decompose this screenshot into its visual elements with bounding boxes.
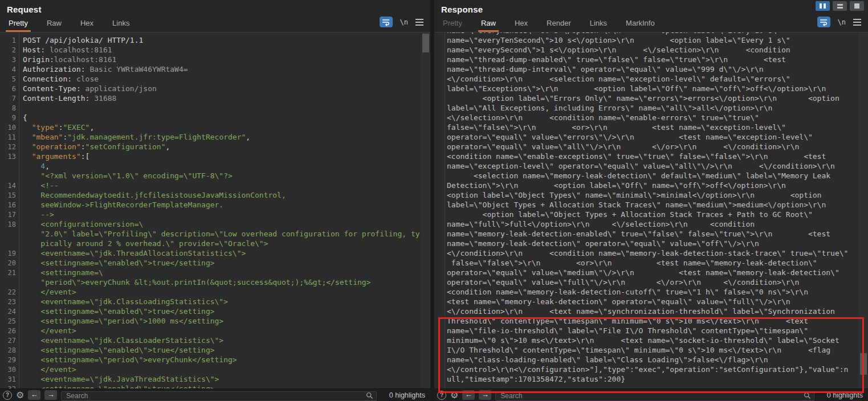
- request-title: Request: [7, 5, 42, 14]
- response-code-line: name=\"memory-leak-detection-enabled\" t…: [434, 229, 859, 239]
- tab-pretty[interactable]: Pretty: [441, 19, 464, 32]
- search-input[interactable]: [61, 391, 377, 401]
- request-search-bar: ? ⚙ ← → 0 highlights: [0, 388, 430, 401]
- prev-match-button[interactable]: ←: [28, 390, 40, 400]
- editor-menu-icon[interactable]: [415, 18, 423, 27]
- response-code-line: <\/selection>\r\n <condition name=\"enab…: [434, 113, 859, 122]
- layout-columns-button[interactable]: [816, 1, 830, 11]
- response-code-line: name=\"file-io-threshold\" label=\"File …: [434, 326, 859, 335]
- tab-pretty[interactable]: Pretty: [7, 19, 30, 32]
- response-code-line: label=\"Object Types + Allocation Stack …: [434, 200, 859, 210]
- response-search-bar: ? ⚙ ← → 0 highlights: [434, 388, 868, 401]
- response-code-line: operator=\"equal\" value=\"all\"\/>\r\n …: [434, 142, 859, 152]
- response-code-line: name=\"full\">full<\/option>\r\n <\/sele…: [434, 219, 859, 229]
- rows-icon: [837, 4, 843, 9]
- request-code-line: 3Origin:localhost:8161: [0, 55, 421, 64]
- wrap-lines-button[interactable]: [817, 17, 830, 27]
- response-header: Response PrettyRawHexRenderLinksMarkInfo…: [434, 0, 868, 32]
- tab-links[interactable]: Links: [111, 19, 131, 32]
- newline-toggle-button[interactable]: \n: [400, 18, 408, 26]
- request-code-line: 14 <!--: [0, 181, 421, 190]
- request-code-line: 6Content-Type: application/json: [0, 84, 421, 93]
- request-code-line: 5Connection: close: [0, 74, 421, 84]
- gear-icon[interactable]: ⚙: [450, 391, 458, 400]
- tab-raw[interactable]: Raw: [45, 19, 63, 32]
- response-code-line: name=\"thread-dump-enabled\" true=\"fals…: [434, 55, 859, 64]
- response-code-line: label=\"Exceptions\">\r\n <option label=…: [434, 84, 859, 93]
- request-code-line: 24 <settingname=\"enabled\">true</settin…: [0, 306, 421, 316]
- request-code-line: 15 Recommendedwaytoedit.jfcfilesistouseJ…: [0, 190, 421, 200]
- request-code-line: 11 "mbean":"jdk.management.jfr:type=Flig…: [0, 132, 421, 142]
- request-code-line: pically around 2 % overhead.\" provider=…: [0, 239, 421, 248]
- next-match-button[interactable]: →: [44, 390, 57, 400]
- request-code-line: 23 <eventname=\"jdk.ClassLoadingStatisti…: [0, 297, 421, 306]
- response-code-line: name=\"everySecond\">1 s<\/option>\r\n <…: [434, 45, 859, 55]
- response-code-line: name=\"class-loading-enabled\" label=\"C…: [434, 355, 859, 365]
- request-code-line: 1POST /api/jolokia/ HTTP/1.1: [0, 35, 421, 45]
- response-code-line: minimum=\"0 s\">10 ms<\/text>\r\n <text …: [434, 335, 859, 345]
- response-code-line: <\/condition>\r\n <text name=\"synchroni…: [434, 306, 859, 316]
- response-code-line: name=\"memory-leak-detection\" operator=…: [434, 239, 859, 248]
- editor-menu-icon[interactable]: [853, 18, 861, 27]
- tab-links[interactable]: Links: [588, 19, 609, 32]
- request-code-line: 20 <settingname=\"enabled\">true</settin…: [0, 258, 421, 268]
- response-code-line: operator=\"equal\" value=\"medium\"\/>\r…: [434, 268, 859, 277]
- prev-match-button[interactable]: ←: [462, 390, 475, 400]
- search-icon: [804, 391, 811, 401]
- response-title: Response: [441, 5, 483, 14]
- response-scrollbar[interactable]: [859, 32, 868, 388]
- gutter-divider: [19, 32, 19, 388]
- highlights-count: 0 highlights: [818, 391, 865, 399]
- wrap-lines-icon: [820, 18, 828, 26]
- request-code-line: 16 seeWindow->FlightRecorderTemplateMana…: [0, 200, 421, 210]
- tab-markinfo[interactable]: MarkInfo: [624, 19, 657, 32]
- request-code-line: 26 </event>: [0, 326, 421, 335]
- wrap-lines-icon: [382, 18, 390, 26]
- gear-icon[interactable]: ⚙: [16, 391, 24, 400]
- response-panel: Response PrettyRawHexRenderLinksMarkInfo…: [434, 0, 868, 401]
- response-editor-tools: \n: [817, 17, 861, 27]
- request-panel: Request PrettyRawHexLinks \n 1POST /api/…: [0, 0, 430, 401]
- request-tabs: PrettyRawHexLinks: [7, 19, 146, 32]
- response-tabs: PrettyRawHexRenderLinksMarkInfo: [441, 19, 672, 32]
- request-code-line: 31 <eventname=\"jdk.JavaThreadStatistics…: [0, 374, 421, 384]
- request-header: Request PrettyRawHexLinks \n: [0, 0, 430, 32]
- response-code-line: false=\"false\">\r\n <or>\r\n <test name…: [434, 122, 859, 132]
- response-code-line: name=\"everyTenSecond\">10 s<\/option>\r…: [434, 35, 859, 45]
- response-code-line: <\/control>\r\n<\/configuration>"],"type…: [434, 365, 859, 374]
- wrap-lines-button[interactable]: [380, 17, 393, 27]
- request-code-line: 9{: [0, 113, 421, 122]
- request-code-line: 4,: [0, 161, 421, 171]
- response-code-line: <option label=\"Errors Only\" name=\"err…: [434, 93, 859, 103]
- request-code-line: "2.0\" label=\"Profiling\" description=\…: [0, 229, 421, 239]
- request-editor[interactable]: 1POST /api/jolokia/ HTTP/1.12Host: local…: [0, 32, 421, 388]
- request-code-line: 17 -->: [0, 210, 421, 219]
- tab-raw[interactable]: Raw: [479, 19, 498, 32]
- next-match-button[interactable]: →: [479, 390, 491, 400]
- request-scrollbar-thumb[interactable]: [422, 34, 429, 52]
- response-code-line: <test name=\"memory-leak-detection\" ope…: [434, 297, 859, 306]
- response-scrollbar-thumb[interactable]: [860, 353, 867, 375]
- help-icon[interactable]: ?: [3, 391, 12, 400]
- request-code-line: 21 <settingname=\: [0, 268, 421, 277]
- tab-hex[interactable]: Hex: [79, 19, 95, 32]
- request-scrollbar[interactable]: [421, 32, 430, 388]
- tab-render[interactable]: Render: [545, 19, 573, 32]
- response-code-line: <\/condition>\r\n <condition name=\"memo…: [434, 248, 859, 258]
- help-icon[interactable]: ?: [437, 391, 446, 400]
- request-code-line: 2Host: localhost:8161: [0, 45, 421, 55]
- layout-rows-button[interactable]: [833, 1, 847, 11]
- newline-toggle-button[interactable]: \n: [838, 18, 846, 26]
- response-code-line: <\/condition>\r\n <selection name=\"exce…: [434, 74, 859, 84]
- request-code-line: 32 <settingname=\"enabled\">true</settin…: [0, 384, 421, 388]
- tab-hex[interactable]: Hex: [513, 19, 529, 32]
- search-input[interactable]: [495, 391, 814, 401]
- gutter-divider: [445, 32, 445, 388]
- panel-splitter[interactable]: [430, 0, 434, 401]
- request-code-line: 13 "arguments":[: [0, 152, 421, 161]
- request-code-line: 4Authorization: Basic YWRtaW46YWRtaW4=: [0, 64, 421, 74]
- layout-single-button[interactable]: [850, 1, 864, 11]
- single-panel-icon: [854, 3, 859, 9]
- response-editor[interactable]: name=\"everyMinute\">60 s<\/option>\r\n …: [434, 32, 859, 388]
- response-code-line: label=\"All Exceptions, including Errors…: [434, 103, 859, 113]
